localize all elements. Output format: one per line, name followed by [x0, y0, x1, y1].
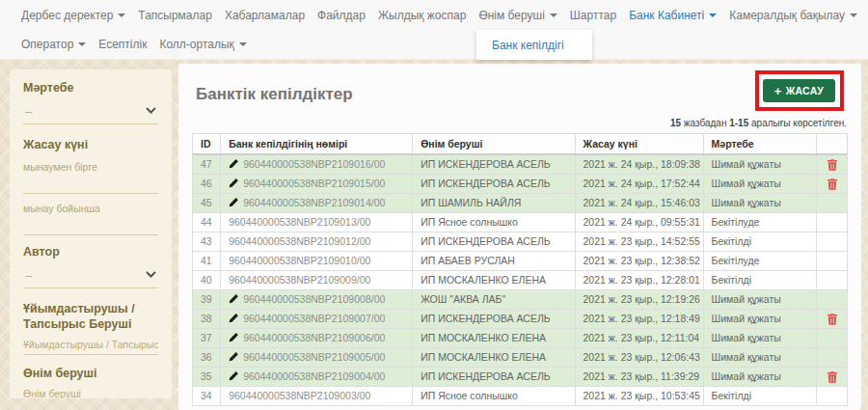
date-from-input[interactable]: [23, 173, 158, 194]
cell-created-date: 2021 ж. 24 қыр., 15:46:03: [575, 194, 703, 213]
nav-item-reporting[interactable]: Есептілік: [98, 38, 147, 51]
cell-supplier: ИП Ясное солнышко: [413, 213, 575, 232]
column-header: Жасау күні: [575, 134, 703, 155]
cell-guarantee-number: 960440000538NBP2109012/00: [221, 232, 413, 252]
author-select[interactable]: --: [23, 260, 158, 288]
nav-item-files[interactable]: Файлдар: [317, 9, 366, 22]
cell-guarantee-number: 960440000538NBP2109009/00: [221, 271, 413, 290]
cell-status: Шимай құжаты: [703, 290, 816, 310]
title-row: Банктік кепілдіктер + ЖАСАУ: [192, 64, 848, 118]
cell-supplier: ИП ШАМИЛЬ НАЙЛЯ: [413, 194, 575, 213]
edit-pencil-icon[interactable]: [229, 370, 239, 381]
column-header: Банк кепілдігінің нөмірі: [221, 134, 413, 155]
cell-supplier: ИП АБАЕВ РУСЛАН: [413, 252, 575, 271]
pagination-text: жазбадан: [681, 118, 729, 128]
table-row: 36960440000538NBP2109005/00ИП МОСКАЛЕНКО…: [193, 348, 848, 368]
edit-pencil-icon[interactable]: [229, 178, 239, 188]
cell-guarantee-number: 960440000538NBP2109007/00: [221, 310, 413, 329]
cell-actions: [817, 348, 848, 368]
page-title: Банктік кепілдіктер: [196, 85, 353, 104]
trash-icon: [827, 178, 837, 190]
nav-item-bank-cabinet[interactable]: Банк Кабинеті: [629, 9, 717, 22]
cell-created-date: 2021 ж. 23 қыр., 11:39:29: [575, 368, 703, 387]
pagination-total: 15: [670, 118, 681, 128]
cell-created-date: 2021 ж. 23 қыр., 12:38:52: [575, 252, 703, 271]
cell-actions: [817, 387, 848, 406]
trash-icon: [827, 371, 837, 383]
edit-pencil-icon[interactable]: [229, 332, 239, 342]
cell-status: Бекітілді: [703, 232, 816, 252]
column-header: Мәртебе: [703, 134, 816, 155]
cell-id: 38: [193, 310, 221, 329]
trash-icon: [827, 159, 837, 171]
edit-pencil-icon[interactable]: [229, 197, 239, 207]
pagination-range: 1-15: [729, 118, 748, 128]
organizer-filter-label: Ұйымдастырушы / Тапсырыс Беруші: [23, 302, 158, 332]
delete-button[interactable]: [827, 178, 837, 190]
plus-icon: +: [774, 85, 782, 97]
cell-actions: [817, 290, 848, 310]
delete-button[interactable]: [827, 159, 837, 171]
organizer-input[interactable]: [23, 334, 158, 355]
nav-item-notifications[interactable]: Хабарламалар: [225, 9, 305, 22]
chevron-down-icon: [709, 14, 717, 17]
cell-id: 37: [193, 329, 221, 348]
guarantee-number: 960440000538NBP2109016/00: [243, 158, 385, 170]
guarantee-number: 960440000538NBP2109008/00: [243, 293, 385, 305]
supplier-input[interactable]: [23, 384, 158, 398]
chevron-down-icon: [239, 42, 247, 46]
cell-created-date: 2021 ж. 23 қыр., 12:11:04: [575, 329, 703, 348]
cell-guarantee-number: 960440000538NBP2109004/00: [221, 368, 413, 387]
cell-created-date: 2021 ж. 23 қыр., 14:52:55: [575, 232, 703, 252]
cell-guarantee-number: 960440000538NBP2109015/00: [221, 175, 413, 194]
dropdown-item-bank-guarantee[interactable]: Банк кепілдігі: [476, 39, 580, 52]
cell-id: 41: [193, 252, 221, 271]
date-to-input[interactable]: [23, 214, 158, 235]
edit-pencil-icon[interactable]: [229, 351, 239, 362]
nav-item-contracts[interactable]: Шарттар: [570, 9, 616, 22]
chevron-down-icon: [78, 42, 86, 46]
table-row: 47960440000538NBP2109016/00ИП ИСКЕНДЕРОВ…: [193, 154, 848, 175]
delete-button[interactable]: [827, 371, 837, 383]
cell-guarantee-number: 960440000538NBP2109016/00: [221, 154, 413, 175]
table-row: 38960440000538NBP2109007/00ИП ИСКЕНДЕРОВ…: [193, 310, 848, 329]
cell-created-date: 2021 ж. 23 қыр., 12:19:26: [575, 290, 703, 310]
cell-supplier: ИП ИСКЕНДЕРОВА АСЕЛЬ: [413, 175, 575, 194]
cell-status: Шимай құжаты: [703, 310, 816, 329]
cell-actions: [817, 329, 848, 348]
nav-item-personal-data[interactable]: Дербес деректер: [21, 9, 125, 22]
nav-item-call-center[interactable]: Колл-орталық: [159, 38, 246, 51]
cell-id: 45: [193, 194, 221, 213]
delete-button[interactable]: [827, 314, 837, 325]
table-row: 41960440000538NBP2109010/00ИП АБАЕВ РУСЛ…: [193, 252, 848, 271]
status-select[interactable]: --: [23, 96, 158, 124]
edit-pencil-icon[interactable]: [229, 158, 239, 169]
create-button-label: ЖАСАУ: [786, 85, 824, 96]
edit-pencil-icon[interactable]: [229, 293, 239, 304]
trash-icon: [827, 314, 837, 325]
cell-supplier: ИП ИСКЕНДЕРОВА АСЕЛЬ: [413, 154, 575, 175]
table-row: 43960440000538NBP2109012/00ИП ИСКЕНДЕРОВ…: [193, 232, 848, 252]
chevron-down-icon: [550, 14, 557, 17]
pagination-info: 15 жазбадан 1-15 аралығы көрсетілген.: [192, 118, 847, 128]
nav-item-supplier[interactable]: Өнім беруші: [478, 9, 556, 22]
chevron-down-icon: [146, 107, 156, 114]
chevron-down-icon: [118, 14, 125, 17]
guarantee-number: 960440000538NBP2109006/00: [243, 332, 385, 343]
cell-id: 43: [193, 232, 221, 252]
nav-item-cameral-control[interactable]: Камералдық бақылау: [729, 9, 857, 22]
nav-item-annual-plan[interactable]: Жылдық жоспар: [378, 9, 466, 22]
nav-item-tasks[interactable]: Тапсырмалар: [138, 9, 212, 22]
table-row: 34960440000538NBP2109003/00ИП Ясное солн…: [193, 387, 848, 406]
cell-created-date: 2021 ж. 23 қыр., 12:06:43: [575, 348, 703, 368]
cell-actions: [817, 175, 848, 194]
cell-status: Бекітілді: [703, 271, 816, 290]
cell-actions: [817, 310, 848, 329]
create-button[interactable]: + ЖАСАУ: [763, 79, 835, 102]
cell-supplier: ИП ИСКЕНДЕРОВА АСЕЛЬ: [413, 310, 575, 329]
edit-pencil-icon[interactable]: [229, 313, 239, 323]
cell-guarantee-number: 960440000538NBP2109013/00: [221, 213, 413, 232]
nav-item-operator[interactable]: Оператор: [21, 38, 86, 51]
author-select-value: --: [25, 269, 33, 281]
cell-id: 47: [193, 154, 221, 175]
